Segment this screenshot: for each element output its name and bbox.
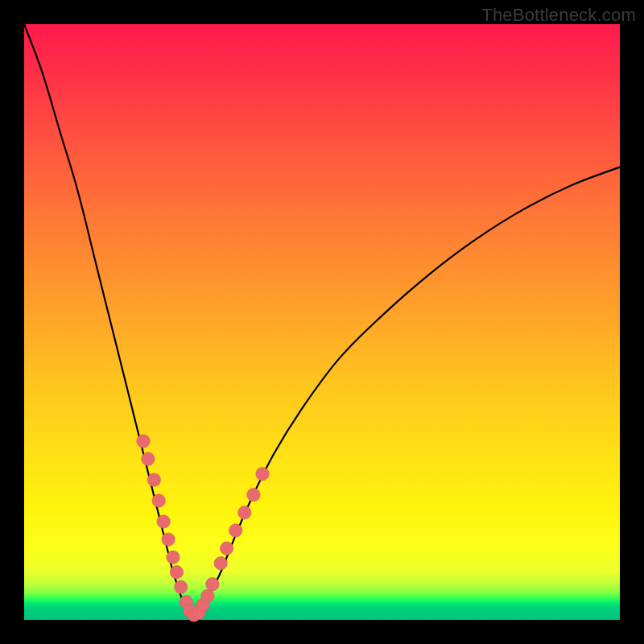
- data-point: [206, 577, 219, 590]
- data-point: [174, 580, 187, 593]
- data-point: [157, 515, 170, 528]
- data-point: [220, 542, 233, 555]
- data-point: [147, 473, 160, 486]
- data-point: [170, 566, 183, 579]
- data-point: [247, 488, 260, 501]
- data-point: [167, 551, 180, 564]
- data-point: [162, 533, 175, 546]
- highlighted-points: [137, 435, 269, 621]
- data-point: [214, 557, 227, 570]
- data-point: [238, 506, 251, 519]
- bottleneck-curve: [24, 24, 620, 618]
- data-point: [152, 494, 165, 507]
- data-point: [229, 524, 242, 537]
- data-point: [137, 435, 150, 448]
- data-point: [142, 452, 155, 465]
- plot-area: [24, 24, 620, 620]
- watermark-text: TheBottleneck.com: [481, 5, 636, 26]
- chart-frame: TheBottleneck.com: [0, 0, 644, 644]
- data-point: [256, 468, 269, 481]
- curve-svg: [24, 24, 620, 620]
- data-point: [201, 589, 214, 602]
